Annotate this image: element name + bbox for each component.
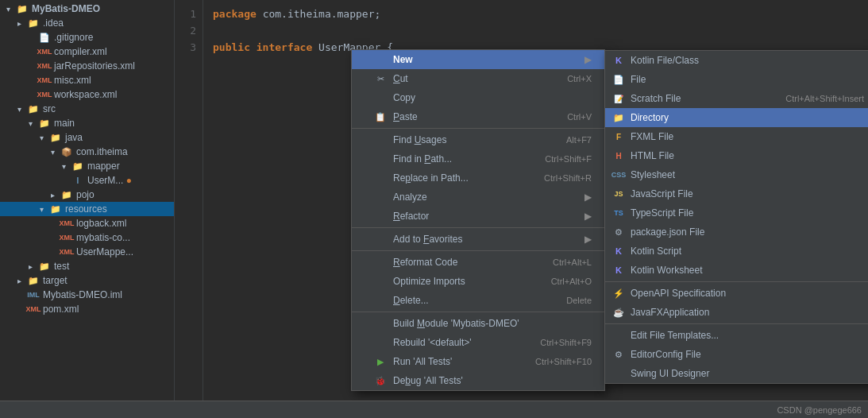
submenu-label-fxml: FXML File xyxy=(631,131,864,142)
xml-icon-workspace: XML xyxy=(38,88,51,101)
code-editor: 1 2 3 package com.itheima.mapper; public… xyxy=(175,0,868,401)
tree-item-mapper[interactable]: ▾ 📁 mapper xyxy=(0,159,174,173)
tree-label-userm: UserM... ● xyxy=(87,175,132,186)
shortcut-optimize: Ctrl+Alt+O xyxy=(551,277,592,286)
menu-label-optimize: Optimize Imports xyxy=(393,276,532,287)
tree-item-src[interactable]: ▾ 📁 src xyxy=(0,102,174,116)
submenu-item-file[interactable]: 📄 File xyxy=(605,70,868,89)
tree-item-gitignore[interactable]: 📄 .gitignore xyxy=(0,30,174,45)
arrow-test: ▸ xyxy=(29,262,38,271)
menu-item-find-path[interactable]: Find in Path... Ctrl+Shift+F xyxy=(352,149,604,168)
ts-icon: TS xyxy=(611,207,626,219)
tree-item-pom[interactable]: XML pom.xml xyxy=(0,302,174,316)
kotlin-icon: K xyxy=(611,54,626,67)
menu-label-replace-path: Replace in Path... xyxy=(393,172,525,184)
tree-item-jarrepos[interactable]: XML jarRepositories.xml xyxy=(0,59,174,73)
menu-label-debug-tests: Debug 'All Tests' xyxy=(393,375,592,386)
menu-label-analyze: Analyze xyxy=(393,192,578,203)
submenu-item-packagejson[interactable]: ⚙ package.json File xyxy=(605,223,868,242)
menu-item-find-usages[interactable]: Find Usages Alt+F7 xyxy=(352,130,604,149)
menu-item-run-tests[interactable]: ▶ Run 'All Tests' Ctrl+Shift+F10 xyxy=(352,352,604,371)
menu-item-paste[interactable]: 📋 Paste Ctrl+V xyxy=(352,107,604,126)
menu-item-delete[interactable]: Delete... Delete xyxy=(352,291,604,310)
arrow-main: ▾ xyxy=(29,119,38,128)
menu-item-debug-tests[interactable]: 🐞 Debug 'All Tests' xyxy=(352,371,604,390)
submenu-item-kotlin-script[interactable]: K Kotlin Script xyxy=(605,242,868,261)
tree-item-com-itheima[interactable]: ▾ 📦 com.itheima xyxy=(0,145,174,159)
menu-item-build-module[interactable]: Build Module 'Mybatis-DMEO' xyxy=(352,314,604,333)
tree-item-usermapper-xml[interactable]: XML UserMappe... xyxy=(0,245,174,259)
menu-item-rebuild[interactable]: Rebuild '<default>' Ctrl+Shift+F9 xyxy=(352,333,604,352)
tree-item-idea[interactable]: ▸ 📁 .idea xyxy=(0,16,174,30)
tree-item-main[interactable]: ▾ 📁 main xyxy=(0,116,174,130)
tree-item-target[interactable]: ▸ 📁 target xyxy=(0,273,174,288)
submenu-label-html: HTML File xyxy=(631,150,864,161)
tree-label-iml: Mybatis-DMEO.iml xyxy=(43,289,122,300)
tree-item-test[interactable]: ▸ 📁 test xyxy=(0,259,174,273)
tree-label-mapper: mapper xyxy=(87,161,120,172)
folder-icon-src: 📁 xyxy=(27,103,40,115)
submenu-item-javascript[interactable]: JS JavaScript File xyxy=(605,184,868,203)
menu-item-refactor[interactable]: Refactor ▶ xyxy=(352,207,604,226)
shortcut-cut: Ctrl+X xyxy=(567,74,592,83)
menu-label-add-favorites: Add to Favorites xyxy=(393,234,578,245)
menu-item-copy[interactable]: Copy xyxy=(352,88,604,107)
submenu-item-html[interactable]: H HTML File xyxy=(605,146,868,165)
xml-icon-misc: XML xyxy=(38,74,51,87)
submenu-item-kotlin-worksheet[interactable]: K Kotlin Worksheet xyxy=(605,261,868,280)
tree-label-usermapper-xml: UserMappe... xyxy=(76,246,133,257)
kotlin-script-icon: K xyxy=(611,245,626,257)
submenu-item-openapi[interactable]: ⚡ OpenAPI Specification xyxy=(605,284,868,303)
menu-item-cut[interactable]: ✂ Cut Ctrl+X xyxy=(352,69,604,88)
tree-item-logback[interactable]: XML logback.xml xyxy=(0,216,174,230)
submenu-item-editorconfig[interactable]: ⚙ EditorConfig File xyxy=(605,345,868,364)
tree-item-mybatis-con[interactable]: XML mybatis-co... xyxy=(0,230,174,245)
folder-icon-java: 📁 xyxy=(49,131,62,144)
menu-label-new: New xyxy=(393,54,578,65)
submenu-label-stylesheet: Stylesheet xyxy=(631,169,864,180)
tree-label-pojo: pojo xyxy=(76,189,95,200)
tree-item-workspace[interactable]: XML workspace.xml xyxy=(0,87,174,102)
shortcut-reformat: Ctrl+Alt+L xyxy=(553,257,592,267)
tree-item-java[interactable]: ▾ 📁 java xyxy=(0,130,174,145)
tree-item-misc[interactable]: XML misc.xml xyxy=(0,73,174,87)
menu-item-replace-path[interactable]: Replace in Path... Ctrl+Shift+R xyxy=(352,168,604,188)
tree-item-iml[interactable]: IML Mybatis-DMEO.iml xyxy=(0,288,174,302)
menu-item-add-favorites[interactable]: Add to Favorites ▶ xyxy=(352,230,604,249)
submenu-item-fxml[interactable]: F FXML File xyxy=(605,127,868,146)
submenu-item-swing-ui[interactable]: Swing UI Designer xyxy=(605,364,868,383)
xml-icon-mybatis-con: XML xyxy=(60,231,73,244)
refactor-arrow: ▶ xyxy=(584,211,592,222)
menu-label-refactor: Refactor xyxy=(393,211,578,222)
tree-item-mybatis-dmeo[interactable]: ▾ 📁 MyBatis-DMEO xyxy=(0,2,174,16)
submenu-item-scratch[interactable]: 📝 Scratch File Ctrl+Alt+Shift+Insert xyxy=(605,89,868,108)
context-menu-overlay: New ▶ K Kotlin File/Class 📄 File xyxy=(175,0,868,401)
analyze-icon xyxy=(374,191,387,203)
menu-item-new[interactable]: New ▶ K Kotlin File/Class 📄 File xyxy=(352,50,604,69)
arrow-target: ▸ xyxy=(17,277,27,285)
submenu-item-typescript[interactable]: TS TypeScript File xyxy=(605,203,868,223)
submenu-item-edit-templates[interactable]: Edit File Templates... xyxy=(605,326,868,345)
shortcut-find-usages: Alt+F7 xyxy=(566,135,592,145)
csdn-text: CSDN @pengege666 xyxy=(777,405,862,415)
tree-item-compiler-xml[interactable]: XML compiler.xml xyxy=(0,45,174,59)
iml-icon: IML xyxy=(27,288,40,301)
file-icon: 📄 xyxy=(611,73,626,86)
menu-item-reformat[interactable]: Reformat Code Ctrl+Alt+L xyxy=(352,253,604,272)
favorites-arrow: ▶ xyxy=(584,234,592,245)
tree-item-userm[interactable]: I UserM... ● xyxy=(0,173,174,188)
tree-item-pojo[interactable]: ▸ 📁 pojo xyxy=(0,188,174,202)
submenu-label-directory: Directory xyxy=(631,112,864,123)
menu-item-analyze[interactable]: Analyze ▶ xyxy=(352,188,604,207)
submenu-item-directory[interactable]: 📁 Directory xyxy=(605,108,868,127)
submenu-item-stylesheet[interactable]: CSS Stylesheet xyxy=(605,165,868,184)
tree-item-resources[interactable]: ▾ 📁 resources xyxy=(0,202,174,216)
file-tree: ▾ 📁 MyBatis-DMEO ▸ 📁 .idea 📄 .gitignore … xyxy=(0,0,175,401)
menu-label-find-usages: Find Usages xyxy=(393,134,547,145)
submenu-item-kotlin-file[interactable]: K Kotlin File/Class xyxy=(605,51,868,70)
menu-label-find-path: Find in Path... xyxy=(393,153,526,164)
submenu-item-javafx[interactable]: ☕ JavaFXApplication xyxy=(605,303,868,322)
new-submenu-arrow: ▶ xyxy=(584,54,592,65)
menu-item-optimize[interactable]: Optimize Imports Ctrl+Alt+O xyxy=(352,272,604,291)
submenu-label-swing-ui: Swing UI Designer xyxy=(631,368,864,379)
